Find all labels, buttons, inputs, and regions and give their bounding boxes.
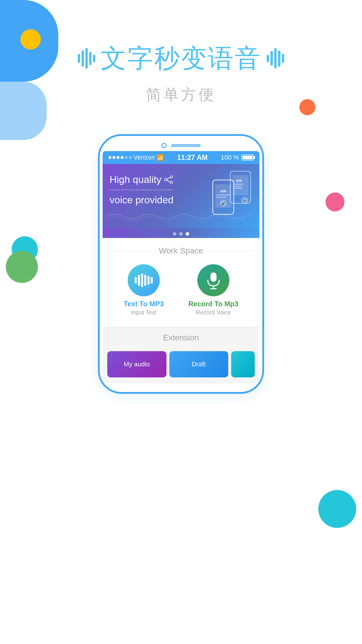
bar (138, 275, 140, 286)
workspace-section: Work Space (103, 238, 259, 327)
wave-bar (93, 55, 95, 62)
app-subtitle: 简单方便 (146, 85, 216, 105)
deco-circle-cyan (318, 490, 356, 528)
record-to-mp3-sublabel: Record Voice (196, 309, 231, 316)
waveform-left-icon (78, 48, 95, 69)
wave-bar (89, 52, 92, 65)
banner-wave (106, 211, 251, 222)
battery-icon (241, 155, 254, 160)
status-time: 11:27 AM (177, 153, 208, 162)
app-title: 文字秒变语音 (101, 41, 261, 76)
extension-grid: My audio Draft (107, 351, 255, 377)
top-section: 文字秒变语音 简单方便 (0, 0, 362, 146)
phone-screen: Verizon 📶 11:27 AM 100 % (103, 151, 259, 383)
phone-mockup: Verizon 📶 11:27 AM 100 % (98, 134, 264, 394)
workspace-grid: Text To MP3 Input Text (108, 264, 254, 316)
banner-text: High quality voice provided (110, 173, 188, 207)
phone-camera (161, 143, 167, 148)
svg-rect-4 (235, 186, 242, 187)
bar (135, 277, 137, 284)
status-bar: Verizon 📶 11:27 AM 100 % (103, 151, 259, 164)
wave-bar (274, 48, 277, 69)
wave-bar (282, 54, 284, 63)
bar (147, 276, 150, 285)
battery-fill (242, 156, 252, 159)
banner[interactable]: APP APP 🎤 (103, 164, 259, 228)
svg-text:🎤: 🎤 (221, 201, 226, 206)
deco-circle-pink (326, 192, 345, 211)
wave-bar (85, 48, 88, 69)
wifi-icon: 📶 (157, 154, 164, 161)
svg-line-19 (167, 180, 170, 182)
svg-rect-20 (210, 272, 217, 282)
draft-label: Draft (192, 360, 206, 368)
bar (151, 277, 153, 284)
phone-outer: Verizon 📶 11:27 AM 100 % (98, 134, 264, 394)
svg-text:APP: APP (236, 179, 242, 183)
text-to-mp3-sublabel: Input Text (131, 309, 156, 316)
svg-rect-3 (235, 184, 243, 185)
draft-card[interactable]: Draft (169, 351, 229, 377)
svg-point-16 (170, 181, 173, 184)
bar (144, 275, 146, 286)
wave-bar (278, 50, 280, 66)
record-to-mp3-item[interactable]: Record To Mp3 Record Voice (188, 264, 238, 316)
svg-rect-1 (233, 175, 248, 195)
signal-dot (117, 156, 120, 159)
title-row: 文字秒变语音 (78, 41, 284, 76)
text-to-mp3-label: Text To MP3 (124, 300, 164, 308)
carrier-name: Verizon (133, 154, 155, 161)
signal-dot (108, 156, 111, 159)
dot-2[interactable] (179, 232, 183, 236)
microphone-icon (205, 271, 222, 289)
status-left: Verizon 📶 (108, 154, 164, 161)
audio-waveform-icon (135, 274, 153, 287)
left-line (108, 251, 154, 251)
share-icon (164, 176, 173, 184)
left-line (107, 338, 159, 338)
extra-card[interactable] (231, 351, 255, 377)
extension-title: Extension (163, 333, 199, 342)
svg-rect-10 (216, 197, 227, 198)
workspace-title: Work Space (159, 246, 203, 256)
svg-text:APP: APP (220, 190, 226, 193)
banner-dots (103, 228, 259, 238)
signal-dot (113, 156, 115, 159)
wave-bar (78, 54, 80, 63)
phone-top-bar (103, 143, 259, 148)
wave-bar (270, 51, 273, 66)
record-to-mp3-icon (197, 264, 229, 296)
status-right: 100 % (221, 154, 254, 161)
dot-3-active[interactable] (186, 232, 189, 236)
svg-line-18 (167, 177, 170, 179)
deco-circle-green (6, 251, 38, 283)
right-line (208, 251, 254, 251)
signal-dots (108, 156, 132, 159)
my-audio-label: My audio (124, 360, 150, 368)
wave-bar (82, 50, 84, 66)
banner-line1: High quality (110, 173, 161, 187)
workspace-header: Work Space (108, 246, 254, 256)
waveform-right-icon (267, 48, 284, 69)
record-to-mp3-label: Record To Mp3 (188, 300, 238, 308)
banner-divider (110, 190, 173, 190)
banner-title-row: High quality (110, 173, 188, 187)
text-to-mp3-item[interactable]: Text To MP3 Input Text (124, 264, 164, 316)
svg-text:🔊: 🔊 (243, 199, 247, 203)
svg-rect-9 (216, 195, 230, 195)
extension-section: Extension My audio Draft (103, 327, 259, 383)
signal-dot-empty (125, 156, 128, 159)
right-line (203, 338, 255, 338)
text-to-mp3-icon (128, 264, 160, 296)
extension-header: Extension (107, 333, 255, 342)
battery-percent: 100 % (221, 154, 239, 161)
bar (141, 274, 143, 287)
phone-speaker (171, 144, 201, 147)
svg-rect-5 (235, 188, 243, 189)
my-audio-card[interactable]: My audio (107, 351, 166, 377)
dot-1[interactable] (173, 232, 176, 236)
svg-point-17 (164, 178, 167, 181)
banner-line2: voice provided (110, 194, 173, 205)
wave-bar (267, 55, 269, 62)
signal-dot-empty (129, 156, 132, 159)
